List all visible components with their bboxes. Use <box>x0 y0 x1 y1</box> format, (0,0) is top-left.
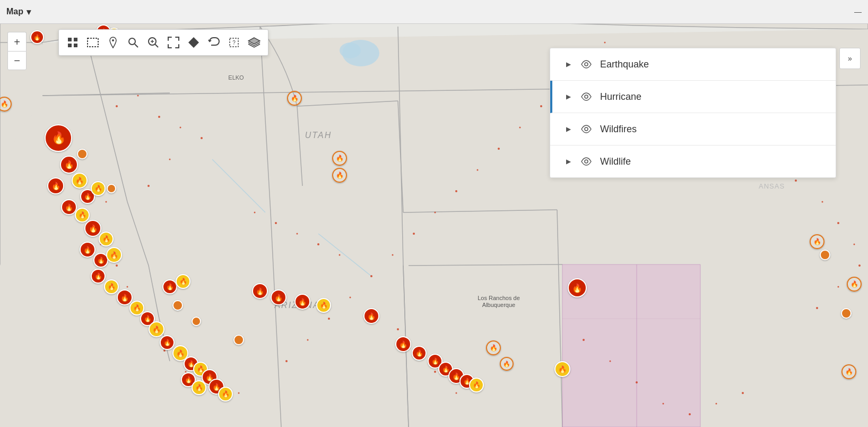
eye-icon <box>580 123 593 135</box>
wildfire-marker-yellow[interactable]: 🔥 <box>469 378 484 392</box>
wildfire-orange-marker[interactable] <box>77 149 88 159</box>
resource-marker[interactable]: 🔥 <box>500 357 514 371</box>
resource-marker[interactable]: 🔥 <box>847 277 862 292</box>
svg-point-26 <box>585 127 588 131</box>
earthquake-dot <box>169 159 171 160</box>
earthquake-dot <box>838 286 839 288</box>
earthquake-dot <box>238 392 240 394</box>
select-tool-button[interactable]: ? <box>225 34 242 51</box>
earthquake-dot <box>636 381 638 383</box>
earthquake-dot <box>307 339 309 341</box>
rectangle-select-button[interactable] <box>84 34 101 51</box>
undo-button[interactable] <box>205 34 222 51</box>
resource-marker[interactable]: 🔥 <box>332 151 347 166</box>
earthquake-dot <box>370 275 372 277</box>
wildfire-orange-marker[interactable] <box>841 308 852 319</box>
wildfire-marker[interactable]: 🔥 <box>80 242 96 258</box>
wildfire-marker-yellow[interactable]: 🔥 <box>106 247 122 263</box>
expand-icon: ▶ <box>563 124 574 134</box>
expand-panel-button[interactable]: » <box>839 48 861 69</box>
layer-item-earthquake[interactable]: ▶ Earthquake <box>550 48 836 81</box>
wildfire-marker-large[interactable]: 🔥 <box>45 124 72 152</box>
wildfire-marker[interactable]: 🔥 <box>395 336 411 352</box>
wildfire-marker-yellow[interactable]: 🔥 <box>554 361 570 377</box>
wildfire-marker[interactable]: 🔥 <box>252 283 268 299</box>
wildfire-marker[interactable]: 🔥 <box>60 156 78 174</box>
svg-text:ELKO: ELKO <box>228 74 244 81</box>
wildfire-marker-yellow[interactable]: 🔥 <box>75 208 90 223</box>
minimize-button[interactable]: — <box>854 7 862 16</box>
layer-name-hurricane: Hurricane <box>600 91 641 103</box>
erase-button[interactable] <box>185 34 202 51</box>
layer-name-earthquake: Earthquake <box>600 59 649 70</box>
wildfire-marker-yellow[interactable]: 🔥 <box>176 274 190 289</box>
layer-item-wildfires[interactable]: ▶ Wildfires <box>550 113 836 146</box>
wildfire-marker[interactable]: 🔥 <box>30 30 44 44</box>
wildfire-marker[interactable]: 🔥 <box>160 335 175 350</box>
map-title[interactable]: Map ▾ <box>6 7 31 17</box>
resource-marker[interactable]: 🔥 <box>841 364 856 379</box>
wildfire-marker[interactable]: 🔥 <box>117 289 133 305</box>
wildfire-orange-marker[interactable] <box>107 184 116 193</box>
wildfire-marker[interactable]: 🔥 <box>363 308 379 324</box>
svg-text:UTAH: UTAH <box>305 131 332 140</box>
wildfire-marker-yellow[interactable]: 🔥 <box>149 321 164 337</box>
eye-icon <box>580 58 593 71</box>
layer-item-wildlife[interactable]: ▶ Wildlife <box>550 146 836 177</box>
earthquake-dot <box>116 105 118 107</box>
fullscreen-button[interactable] <box>165 34 182 51</box>
grid-button[interactable] <box>64 34 81 51</box>
wildfire-marker-yellow[interactable]: 🔥 <box>99 232 114 246</box>
wildfire-marker[interactable]: 🔥 <box>162 279 177 294</box>
wildfire-marker-yellow[interactable]: 🔥 <box>72 173 88 189</box>
svg-rect-12 <box>74 44 77 47</box>
eye-icon <box>580 90 593 103</box>
resource-marker[interactable]: 🔥 <box>332 168 347 183</box>
wildfire-marker[interactable]: 🔥 <box>84 220 101 237</box>
zoom-in-button[interactable]: + <box>7 32 27 51</box>
wildfire-orange-marker[interactable] <box>192 317 201 326</box>
pin-button[interactable] <box>105 34 121 51</box>
wildfire-marker-yellow[interactable]: 🔥 <box>192 380 206 395</box>
svg-text:?: ? <box>232 40 236 46</box>
toolbar: ? <box>58 29 268 56</box>
earthquake-dot <box>297 233 298 235</box>
earthquake-dot <box>498 148 500 150</box>
resource-marker[interactable]: 🔥 <box>486 340 501 355</box>
svg-line-18 <box>155 45 159 48</box>
zoom-out-button[interactable]: − <box>7 51 27 70</box>
wildfire-orange-marker[interactable] <box>820 250 830 260</box>
wildfire-marker-yellow[interactable]: 🔥 <box>91 181 106 196</box>
resource-marker[interactable]: 🔥 <box>287 91 302 106</box>
search-button[interactable] <box>125 34 142 51</box>
wildfire-marker-yellow[interactable]: 🔥 <box>104 279 119 294</box>
expand-icon: ▶ <box>563 59 574 70</box>
earthquake-dot <box>201 137 203 139</box>
wildfire-marker[interactable]: 🔥 <box>294 294 310 310</box>
earthquake-dot <box>254 212 256 214</box>
earthquake-dot <box>854 244 855 245</box>
earthquake-dot <box>158 116 160 118</box>
wildfire-marker[interactable]: 🔥 <box>47 177 64 194</box>
earthquake-dot <box>397 328 399 330</box>
earthquake-dot <box>610 361 611 362</box>
resource-marker[interactable]: 🔥 <box>810 234 824 249</box>
wildfire-orange-marker[interactable] <box>172 300 183 311</box>
earthquake-dot <box>716 403 717 405</box>
wildfire-marker[interactable]: 🔥 <box>91 269 106 284</box>
wildfire-orange-marker[interactable] <box>233 335 244 345</box>
wildfire-marker-yellow[interactable]: 🔥 <box>316 298 331 313</box>
svg-text:Los Ranchos de: Los Ranchos de <box>478 295 520 301</box>
layers-button[interactable] <box>246 34 263 51</box>
earthquake-dot <box>275 222 277 224</box>
earthquake-dot <box>837 222 839 224</box>
zoom-in-tool-button[interactable] <box>145 34 162 51</box>
earthquake-dot <box>742 392 744 394</box>
svg-text:Albuquerque: Albuquerque <box>482 302 515 308</box>
wildfire-marker[interactable]: 🔥 <box>412 346 427 361</box>
layer-name-wildlife: Wildlife <box>600 156 631 167</box>
wildfire-marker[interactable]: 🔥 <box>271 289 287 305</box>
wildfire-marker-large[interactable]: 🔥 <box>568 278 587 297</box>
layer-item-hurricane[interactable]: ▶ Hurricane <box>550 81 836 113</box>
wildfire-marker-yellow[interactable]: 🔥 <box>218 387 233 402</box>
